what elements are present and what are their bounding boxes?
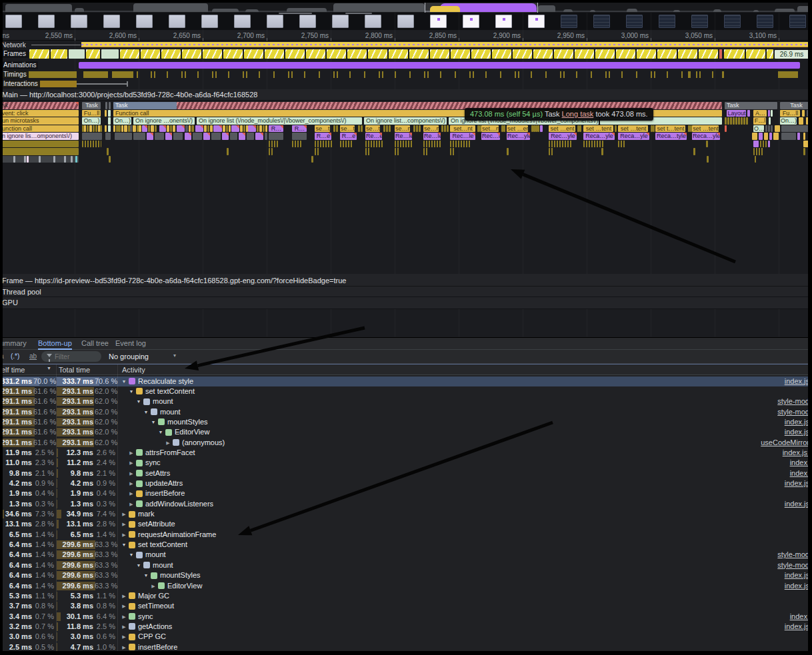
flame-segment[interactable]	[231, 125, 239, 133]
flame-segment[interactable]	[247, 133, 254, 140]
disclosure-triangle[interactable]: ▶	[121, 509, 127, 519]
flame-segment[interactable]	[803, 141, 809, 148]
flame-set-nt[interactable]: set…nt	[481, 125, 499, 133]
flame-segment[interactable]	[193, 133, 202, 140]
flame-segment[interactable]	[159, 125, 166, 133]
partially-presented-frame[interactable]	[430, 49, 449, 59]
filmstrip-thumbnail[interactable]	[561, 15, 577, 28]
table-row[interactable]: 13.1 ms2.8 %13.1 ms2.8 %▶setAttribute	[0, 519, 812, 529]
flame-segment[interactable]	[0, 148, 79, 155]
flame-segment[interactable]	[423, 148, 429, 155]
flame-on[interactable]: On…)	[780, 117, 797, 125]
filmstrip-thumbnail[interactable]	[691, 15, 708, 28]
disclosure-triangle[interactable]: ▼	[121, 376, 127, 386]
source-link[interactable]: style-mod	[777, 550, 809, 560]
partially-presented-frame[interactable]	[368, 49, 387, 59]
table-row[interactable]: 34.6 ms7.3 %34.9 ms7.4 %▶mark	[0, 509, 812, 519]
tab-event-log[interactable]: Event log	[115, 339, 146, 348]
filmstrip-thumbnail[interactable]	[626, 15, 643, 28]
flame-segment[interactable]	[583, 141, 603, 148]
source-link[interactable]: index.js	[785, 417, 809, 427]
filmstrip-thumbnail[interactable]	[463, 15, 479, 28]
source-link[interactable]: index.	[790, 612, 809, 622]
flame-segment[interactable]	[292, 133, 307, 140]
flame-set-nt[interactable]: set…nt	[450, 125, 475, 133]
table-row[interactable]: 1.9 ms0.4 %1.9 ms0.4 %▶insertBefore	[0, 488, 812, 498]
flame-segment[interactable]	[115, 133, 132, 140]
table-row[interactable]: 5.3 ms1.1 %5.3 ms1.1 %▶Major GC	[0, 591, 812, 601]
flame-segment[interactable]	[195, 125, 203, 133]
network-request-bar[interactable]	[81, 42, 812, 47]
source-link[interactable]: style-mod	[777, 396, 809, 406]
iframe-track-header[interactable]: Frame — https://id-preview--bd53fd9d-728…	[0, 274, 812, 287]
disclosure-triangle[interactable]: ▶	[121, 519, 127, 529]
table-row[interactable]: 291.1 ms61.6 %293.1 ms62.0 %▼mountstyle-…	[0, 396, 812, 406]
partially-presented-frame[interactable]	[699, 49, 718, 59]
overview-drag-handle[interactable]	[345, 13, 372, 14]
flame-segment[interactable]	[753, 141, 759, 148]
flame-fu-ll[interactable]: Fu…ll	[780, 110, 800, 117]
disclosure-triangle[interactable]: ▶	[121, 632, 127, 642]
flame-se-t[interactable]: se…t	[315, 125, 330, 133]
source-link[interactable]: index.js	[785, 478, 809, 488]
flame-segment[interactable]	[549, 148, 554, 155]
table-row[interactable]: 6.4 ms1.4 %299.6 ms63.3 %▼mountstyle-mod	[0, 550, 812, 560]
partially-presented-frame[interactable]	[306, 49, 325, 59]
table-row[interactable]: 1.3 ms0.3 %1.3 ms0.3 %▶addWindowListener…	[0, 499, 812, 509]
column-divider[interactable]	[56, 364, 57, 655]
column-divider[interactable]	[117, 364, 118, 655]
filmstrip-thumbnail[interactable]	[365, 15, 381, 28]
flame-reca-yle[interactable]: Reca…yle	[692, 133, 720, 140]
flame-r-e[interactable]: R…e	[315, 133, 331, 140]
main-thread-header[interactable]: Main — http://localhost:3000/projects/bd…	[0, 89, 812, 101]
frame-duration-badge[interactable]: 26.9 ms	[775, 50, 809, 59]
partially-presented-frame[interactable]	[86, 49, 100, 59]
partially-presented-frame[interactable]	[389, 49, 408, 59]
partially-presented-frame[interactable]	[141, 49, 160, 59]
flame-segment[interactable]	[105, 133, 111, 140]
frame-block[interactable]	[101, 49, 119, 59]
partially-presented-frame[interactable]	[120, 49, 139, 59]
flame-task[interactable]: Task	[82, 102, 101, 109]
partially-presented-frame[interactable]	[203, 49, 222, 59]
flame-segment[interactable]	[239, 133, 245, 140]
flame-segment[interactable]	[618, 141, 626, 148]
overview-drag-handle[interactable]	[279, 13, 312, 14]
flame-segment[interactable]	[177, 125, 185, 133]
flame-segment[interactable]	[315, 148, 320, 155]
source-link[interactable]: index.	[790, 458, 809, 468]
flame-set-t-tent[interactable]: set t…tent	[655, 125, 685, 133]
disclosure-triangle[interactable]: ▶	[128, 458, 135, 468]
frame-block[interactable]	[69, 49, 85, 59]
flame-a[interactable]: A…	[753, 110, 767, 117]
filmstrip-thumbnail[interactable]	[528, 15, 545, 28]
flame-task[interactable]: Task	[725, 102, 777, 109]
flame-segment[interactable]	[269, 133, 283, 140]
flame-segment[interactable]	[764, 133, 768, 140]
flame-vent-click[interactable]: vent: click	[0, 110, 79, 117]
sort-arrow-icon[interactable]: ▼	[47, 366, 51, 370]
table-row[interactable]: 6.4 ms1.4 %299.6 ms63.3 %▼mountstyle-mod	[0, 560, 812, 570]
flame-reca-yle[interactable]: Reca…yle	[583, 133, 615, 140]
source-link[interactable]: style-mod	[777, 407, 809, 417]
flame-segment[interactable]	[806, 117, 811, 125]
flame-task[interactable]: Task	[780, 102, 812, 109]
disclosure-triangle[interactable]: ▶	[128, 448, 135, 458]
disclosure-triangle[interactable]: ▶	[128, 468, 135, 478]
table-row[interactable]: 4.2 ms0.9 %4.2 ms0.9 %▶updateAttrsindex.…	[0, 478, 812, 488]
partially-presented-frame[interactable]	[637, 49, 656, 59]
flame-set-ent[interactable]: set …ent	[549, 125, 575, 133]
table-row[interactable]: 6.4 ms1.4 %299.6 ms63.3 %▶EditorViewinde…	[0, 581, 812, 591]
partially-presented-frame[interactable]	[724, 49, 745, 59]
table-row[interactable]: 291.1 ms61.6 %293.1 ms62.0 %▼mountstyle-…	[0, 407, 812, 417]
flame-segment[interactable]	[781, 125, 812, 133]
flame-segment[interactable]	[222, 133, 229, 140]
flame-segment[interactable]	[255, 133, 263, 140]
table-row[interactable]: 291.1 ms61.6 %293.1 ms62.0 %▼EditorViewi…	[0, 427, 812, 437]
flame-on[interactable]: On…)	[82, 117, 101, 125]
source-link[interactable]: index.js	[785, 427, 809, 437]
disclosure-triangle[interactable]: ▼	[157, 427, 164, 437]
table-row[interactable]: 3.2 ms0.7 %11.8 ms2.5 %▶getActionsindex.…	[0, 622, 812, 632]
partially-presented-frame[interactable]	[471, 49, 491, 59]
flame-segment[interactable]	[133, 133, 145, 140]
